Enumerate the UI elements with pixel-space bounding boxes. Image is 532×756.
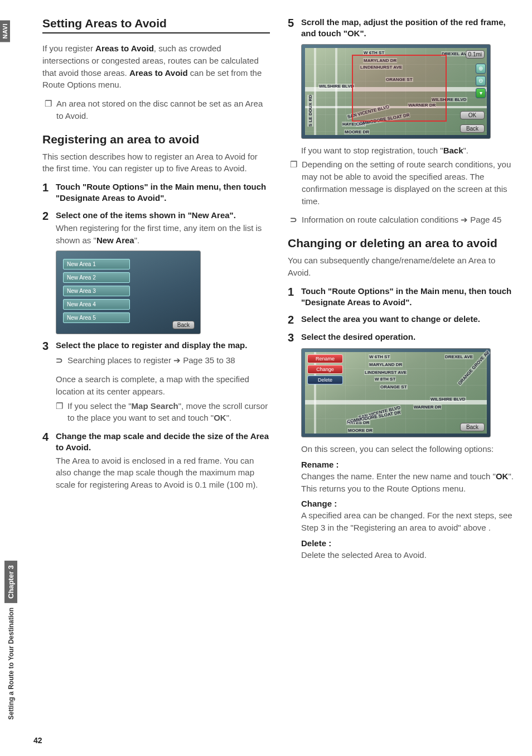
intro-bold: Areas to Avoid [129,68,188,78]
zoom-in-button[interactable]: ⊕ [476,64,486,74]
screenshot-map-ok: W 6TH ST MARYLAND DR LINDENHURST AVE WIL… [301,44,491,139]
step-2: 2 Select the area you want to change or … [288,314,515,326]
note-bullet: An area not stored on the disc cannot be… [45,98,270,122]
step-2: 2 Select one of the items shown in "New … [42,210,270,247]
text: If you want to stop registration, touch … [301,146,443,155]
sub-intro: You can subsequently change/rename/delet… [288,254,515,279]
text-bold: OK [496,471,509,481]
map-tool-button[interactable]: ▾ [476,88,486,98]
cross-ref: Information on route calculation conditi… [290,214,515,226]
step-instruction: Select the place to register and display… [56,340,270,351]
scale-badge: 0.1mi [466,50,485,59]
page-number: 42 [33,736,42,745]
step-number: 1 [42,181,51,204]
step-number: 3 [288,331,297,344]
section-title: Setting Areas to Avoid [42,17,270,33]
sub-heading: Changing or deleting an area to avoid [288,236,515,250]
bullet-text: An area not stored on the disc cannot be… [56,98,270,122]
screenshot-map-options: W 6TH ST MARYLAND DR LINDENHURST AVE W 8… [301,348,491,437]
step-instruction: Select the desired operation. [301,331,515,343]
option-description: Changes the name. Enter the new name and… [301,470,515,495]
list-item[interactable]: New Area 4 [63,299,130,310]
list-item[interactable]: New Area 2 [63,272,130,283]
step-instruction: Touch "Route Options" in the Main menu, … [56,181,270,204]
text: Information on route calculation conditi… [302,215,461,224]
text: Searching places to register [67,355,173,365]
text: Page 45 [468,215,501,224]
step-3: 3 Select the place to register and displ… [42,340,270,352]
step-number: 3 [42,340,51,352]
map-street-label: W 8TH ST [374,377,396,382]
map-street-label: ORANGE ST [380,384,408,389]
step-number: 4 [42,431,51,491]
ok-button[interactable]: OK [460,111,485,119]
intro-text: If you register [42,44,95,53]
step-1: 1 Touch "Route Options" in the Main menu… [288,286,515,309]
step-4: 4 Change the map scale and decide the si… [42,431,270,491]
ref-icon [290,214,297,226]
step-instruction: Scroll the map, adjust the position of t… [301,17,515,40]
avoid-area-frame [352,55,447,122]
back-button[interactable]: Back [460,423,485,431]
map-street-label: WILSHIRE BLVD [430,397,466,402]
step-description: Once a search is complete, a map with th… [56,373,270,398]
map-street-label: MOORE DR [347,428,373,433]
screenshot-new-area-list: New Area 1 New Area 2 New Area 3 New Are… [56,251,201,334]
map-street [314,48,316,135]
text: When registering for the first time, any… [56,223,262,245]
map-street-label: S LE DOUX RD [307,95,313,127]
ref-icon [56,354,63,367]
step-3: 3 Select the desired operation. [288,331,515,344]
delete-button[interactable]: Delete [307,375,343,384]
change-button[interactable]: Change [307,365,343,374]
map-street-label: WILSHIRE BLVD [318,84,355,89]
option-term: Delete : [301,538,515,548]
list-item[interactable]: New Area 5 [63,312,130,323]
text-bold: Map Search [132,401,178,411]
bullet-text: Depending on the setting of route search… [302,158,515,207]
step-description: The Area to avoid is enclosed in a red f… [56,455,270,491]
step-description: On this screen, you can select the follo… [301,443,515,455]
step-1: 1 Touch "Route Options" in the Main menu… [42,181,270,204]
side-subtitle: Setting a Route to Your Destination [7,608,15,720]
map-street-label: MOORE DR [344,129,370,134]
back-button[interactable]: Back [172,321,195,329]
map-street-label: WARNER DR [413,405,442,410]
map-street [335,48,337,135]
text: ". [226,413,232,422]
text: ". [134,235,140,245]
square-bullet-icon [45,98,52,122]
side-vertical-text: Setting a Route to Your Destination Chap… [4,561,17,720]
rename-button[interactable]: Rename [307,354,343,363]
left-column: Setting Areas to Avoid If you register A… [42,17,270,720]
intro-bold: Areas to Avoid [95,44,154,53]
note-bullet: If you select the "Map Search", move the… [56,400,270,425]
right-column: 5 Scroll the map, adjust the position of… [288,17,515,720]
step-instruction: Change the map scale and decide the size… [56,431,270,454]
text: If you select the " [67,401,132,411]
step-instruction: Touch "Route Options" in the Main menu, … [301,286,515,309]
back-button[interactable]: Back [460,124,485,133]
list-item[interactable]: New Area 1 [63,259,130,269]
square-bullet-icon [290,158,297,207]
cross-ref: Searching places to register ➔ Page 35 t… [56,354,270,367]
option-description: A specified area can be changed. For the… [301,509,515,534]
arrow-icon: ➔ [173,355,181,365]
option-description: Delete the selected Area to Avoid. [301,549,515,561]
zoom-out-button[interactable]: ⊖ [476,76,486,86]
ref-text: Information on route calculation conditi… [302,214,501,226]
map-street-label: LINDENHURST AVE [364,370,407,375]
arrow-icon: ➔ [461,215,468,224]
list-item[interactable]: New Area 3 [63,286,130,296]
step-number: 2 [42,210,51,247]
step-number: 2 [288,314,297,326]
navi-badge-container: NAVI [0,20,27,44]
chapter-badge: Chapter 3 [4,561,17,603]
text-bold: New Area [96,235,134,245]
map-street-label: W 6TH ST [369,354,390,359]
side-rail: NAVI Setting a Route to Your Destination… [0,17,27,720]
text-bold: Back [443,146,463,155]
step-5: 5 Scroll the map, adjust the position of… [288,17,515,40]
step-description: When registering for the first time, any… [56,222,270,247]
option-term: Change : [301,499,515,508]
